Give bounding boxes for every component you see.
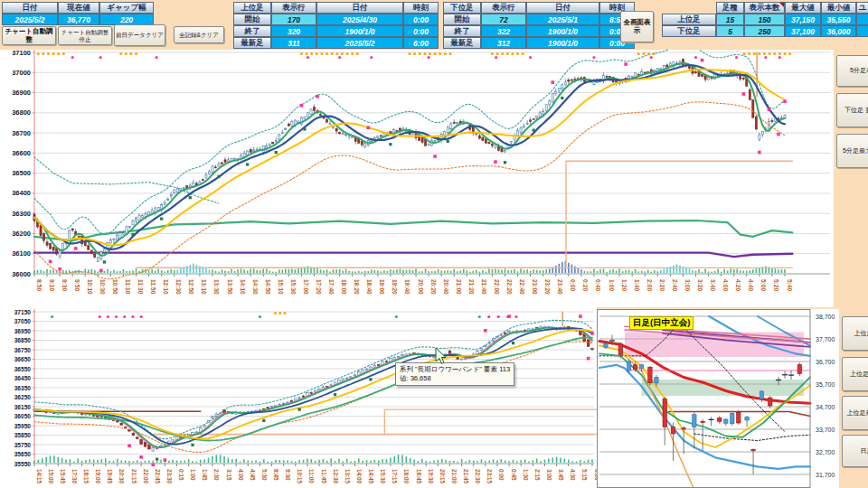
start-row-value2[interactable]: 72 bbox=[481, 14, 526, 25]
svg-text:18:00: 18:00 bbox=[341, 279, 347, 295]
svg-text:5:20: 5:20 bbox=[773, 279, 779, 291]
svg-text:8:50: 8:50 bbox=[36, 279, 42, 291]
upper-bar-type[interactable]: 15 bbox=[716, 14, 744, 25]
svg-text:36450: 36450 bbox=[14, 375, 32, 381]
svg-text:37,700: 37,700 bbox=[816, 336, 835, 343]
date-col-header: 日付 bbox=[316, 2, 403, 14]
svg-text:15:30: 15:30 bbox=[380, 469, 386, 484]
five-min-display-button[interactable]: 5分足表示 bbox=[836, 55, 868, 87]
current-value[interactable]: 36,770 bbox=[58, 14, 99, 25]
svg-text:3:20: 3:20 bbox=[697, 279, 703, 291]
svg-text:18:40: 18:40 bbox=[366, 279, 373, 295]
row-label-start2: 開始 bbox=[443, 14, 481, 25]
tooltip-value-line: 値: 36,658 bbox=[400, 374, 510, 383]
lower-bar-type[interactable]: 5 bbox=[716, 25, 744, 37]
fifteen-min-candlestick-chart[interactable]: 3555035650357503585035950360503615036250… bbox=[0, 307, 597, 488]
latest-time-value[interactable]: 6:00 bbox=[403, 37, 439, 49]
latest-row-value[interactable]: 311 bbox=[271, 37, 316, 49]
svg-text:12:30: 12:30 bbox=[175, 279, 182, 295]
svg-text:36000: 36000 bbox=[12, 270, 31, 278]
chart-auto-adjust-button[interactable]: チャート自動調整 bbox=[2, 26, 56, 45]
current-value-header: 現在値 bbox=[58, 2, 99, 14]
end-time-value[interactable]: 0:00 bbox=[403, 25, 439, 37]
daily-display-button[interactable]: 日足表 bbox=[842, 435, 868, 467]
latest-row-value2[interactable]: 312 bbox=[481, 37, 526, 49]
svg-text:36200: 36200 bbox=[12, 230, 31, 238]
upper-element-number-button[interactable]: 上位足 要素番 bbox=[842, 357, 868, 391]
chart-auto-adjust-stop-button[interactable]: チャート自動調整停止 bbox=[58, 26, 112, 45]
start-row-value[interactable]: 170 bbox=[271, 14, 316, 25]
end-date-value[interactable]: 1900/1/0 bbox=[316, 25, 403, 37]
lower-bar-count[interactable]: 250 bbox=[744, 25, 785, 37]
svg-text:4:45: 4:45 bbox=[250, 469, 256, 481]
svg-text:36650: 36650 bbox=[14, 356, 32, 362]
end-date-value2[interactable]: 1900/1/0 bbox=[526, 25, 599, 37]
start-date-value2[interactable]: 2025/5/1 bbox=[526, 14, 599, 25]
five-min-max-display-button[interactable]: 5分足最大 表示 bbox=[836, 134, 868, 168]
lower-table-title: 下位足 bbox=[443, 2, 481, 14]
svg-text:14:45: 14:45 bbox=[368, 469, 374, 484]
svg-text:37150: 37150 bbox=[14, 309, 32, 315]
svg-text:17:40: 17:40 bbox=[328, 279, 335, 295]
lower-max[interactable]: 37,100 bbox=[785, 25, 821, 37]
svg-text:31,700: 31,700 bbox=[816, 472, 835, 478]
svg-text:11:00: 11:00 bbox=[308, 469, 315, 483]
svg-text:36,700: 36,700 bbox=[816, 359, 835, 365]
svg-text:22:40: 22:40 bbox=[519, 279, 525, 295]
svg-text:11:30: 11:30 bbox=[137, 279, 144, 295]
date-value[interactable]: 2025/5/2 bbox=[2, 14, 58, 25]
svg-text:9:30: 9:30 bbox=[61, 279, 68, 291]
latest-date-value2[interactable]: 1900/1/0 bbox=[526, 37, 599, 49]
svg-text:36300: 36300 bbox=[12, 210, 31, 218]
svg-text:37100: 37100 bbox=[12, 50, 31, 57]
five-min-candlestick-chart[interactable]: 3600036100362003630036400365003660036700… bbox=[0, 50, 834, 307]
svg-text:3:15: 3:15 bbox=[226, 469, 232, 481]
svg-text:19:00: 19:00 bbox=[379, 279, 385, 295]
svg-text:23:15: 23:15 bbox=[486, 469, 493, 484]
svg-text:14:00: 14:00 bbox=[356, 469, 363, 484]
row-label-latest2: 最新足 bbox=[443, 37, 481, 49]
prev-day-data-clear-button[interactable]: 前日データクリア bbox=[114, 24, 165, 46]
svg-text:12:50: 12:50 bbox=[188, 279, 194, 295]
start-date-value[interactable]: 2025/4/30 bbox=[316, 14, 403, 25]
svg-text:20:20: 20:20 bbox=[430, 279, 437, 295]
svg-text:14:10: 14:10 bbox=[240, 279, 246, 295]
svg-text:19:20: 19:20 bbox=[392, 279, 398, 295]
svg-text:12:10: 12:10 bbox=[163, 279, 169, 295]
lower-element-number-button[interactable]: 下位足 要素番 bbox=[836, 93, 868, 127]
record-clear-button[interactable]: 全記録&クリア bbox=[174, 26, 224, 43]
svg-text:4:00: 4:00 bbox=[722, 279, 729, 291]
svg-text:15:45: 15:45 bbox=[60, 469, 66, 484]
lower-min[interactable]: 36,000 bbox=[821, 25, 856, 37]
upper-bar-count[interactable]: 150 bbox=[744, 14, 785, 25]
svg-text:4:30: 4:30 bbox=[570, 469, 576, 481]
latest-date-value[interactable]: 2025/5/2 bbox=[316, 37, 403, 49]
svg-text:33,700: 33,700 bbox=[816, 427, 835, 433]
start-time-value[interactable]: 0:00 bbox=[403, 14, 439, 25]
svg-text:0:00: 0:00 bbox=[498, 469, 505, 481]
svg-text:10:10: 10:10 bbox=[87, 279, 93, 295]
daily-mini-chart[interactable]: 38,70037,70036,70035,70034,70033,70032,7… bbox=[597, 309, 839, 488]
end-row-value2[interactable]: 322 bbox=[481, 25, 526, 37]
svg-text:18:00: 18:00 bbox=[403, 469, 410, 484]
svg-text:36400: 36400 bbox=[12, 189, 31, 197]
fullscreen-button[interactable]: 全画面表示 bbox=[620, 11, 654, 42]
svg-text:22:30: 22:30 bbox=[475, 469, 481, 484]
tooltip-series-line: 系列 "長期ロウワーバンド" 要素 113 bbox=[400, 365, 510, 374]
svg-text:2:20: 2:20 bbox=[659, 279, 665, 291]
end-row-value[interactable]: 320 bbox=[271, 25, 316, 37]
upper-max[interactable]: 37,150 bbox=[785, 14, 821, 25]
upper-max-display-button[interactable]: 上位足最大 表示 bbox=[842, 396, 868, 430]
svg-text:35,700: 35,700 bbox=[816, 381, 835, 388]
comment-indicator bbox=[779, 3, 784, 7]
svg-text:12:30: 12:30 bbox=[333, 469, 339, 484]
svg-text:34,700: 34,700 bbox=[816, 404, 835, 410]
svg-text:19:30: 19:30 bbox=[428, 469, 434, 484]
svg-text:13:10: 13:10 bbox=[201, 279, 207, 295]
date-col-header2: 日付 bbox=[526, 2, 599, 14]
upper-display-button[interactable]: 上位足表示 bbox=[842, 316, 868, 351]
svg-text:36850: 36850 bbox=[14, 337, 32, 343]
svg-text:22:20: 22:20 bbox=[506, 279, 513, 295]
upper-min[interactable]: 35,550 bbox=[821, 14, 856, 25]
svg-text:37050: 37050 bbox=[14, 318, 32, 324]
